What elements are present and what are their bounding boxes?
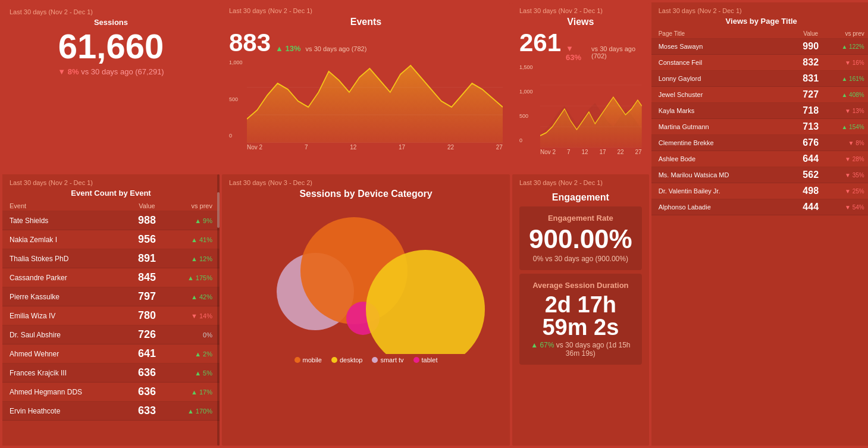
list-item: Ashlee Bode 644 ▼ 28% — [651, 151, 868, 167]
vt-page-name: Ashlee Bode — [659, 155, 793, 162]
events-x-labels: Nov 2 7 12 17 22 27 — [247, 144, 503, 151]
vt-page-change: ▼ 25% — [829, 188, 864, 195]
legend-desktop: desktop — [331, 356, 363, 364]
row-event-name: Emilia Wiza IV — [10, 312, 123, 320]
vt-page-name: Moses Sawayn — [659, 43, 793, 50]
mobile-dot — [294, 357, 300, 363]
vt-page-name: Dr. Valentin Bailey Jr. — [659, 187, 793, 195]
list-item: Dr. Valentin Bailey Jr. 498 ▼ 25% — [651, 183, 868, 199]
list-item: Lonny Gaylord 831 ▲ 161% — [651, 71, 868, 87]
row-event-change: ▲ 2% — [171, 350, 212, 358]
sessions-panel: Last 30 days (Nov 2 - Dec 1) Sessions 61… — [2, 2, 220, 172]
sessions-value: 61,660 — [10, 29, 212, 64]
list-item: Constance Feil 832 ▼ 16% — [651, 55, 868, 71]
row-event-change: ▲ 12% — [171, 255, 212, 262]
views-x-labels: Nov 2 7 12 17 22 27 — [540, 149, 642, 155]
vt-page-change: ▼ 13% — [829, 108, 864, 114]
vt-page-name: Clementine Brekke — [659, 139, 793, 146]
list-item: Moses Sawayn 990 ▲ 122% — [651, 39, 868, 55]
list-item: Martina Gutmann 713 ▲ 154% — [651, 119, 868, 135]
views-period: Last 30 days (Nov 2 - Dec 1) — [519, 7, 642, 14]
table-row: Nakia Zemlak I 956 ▲ 41% — [2, 230, 220, 249]
vt-page-name: Kayla Marks — [659, 107, 793, 114]
row-event-value: 845 — [123, 271, 171, 284]
device-period: Last 30 days (Nov 3 - Dec 2) — [229, 179, 503, 186]
engagement-duration-label: Average Session Duration — [529, 281, 632, 290]
row-event-change: ▲ 175% — [171, 274, 212, 281]
events-chart-area: 1,000 500 0 — [229, 59, 503, 151]
row-event-name: Frances Krajcik III — [10, 369, 123, 377]
vt-page-value: 676 — [793, 137, 829, 148]
event-table-rows: Tate Shields 988 ▲ 9% Nakia Zemlak I 956… — [2, 211, 220, 421]
vt-page-value: 990 — [793, 41, 829, 52]
table-row: Frances Krajcik III 636 ▲ 5% — [2, 364, 220, 383]
col-value: Value — [123, 202, 171, 209]
row-event-change: ▲ 170% — [171, 408, 212, 415]
row-event-change: 0% — [171, 331, 212, 339]
vt-col-value: Value — [793, 30, 829, 37]
views-table-title: Views by Page Title — [651, 17, 868, 26]
engagement-rate-box: Engagement Rate 900.00% 0% vs 30 days ag… — [519, 206, 642, 270]
vt-page-change: ▲ 408% — [829, 92, 864, 98]
sessions-change-arrow: ▼ — [58, 67, 65, 76]
table-row: Ahmed Wehner 641 ▲ 2% — [2, 344, 220, 364]
duration-change-pct: 67% — [540, 341, 554, 349]
vt-page-value: 444 — [793, 202, 829, 212]
engagement-rate-sub: 0% vs 30 days ago (900.00%) — [529, 255, 632, 263]
engagement-duration-sub: ▲ 67% vs 30 days ago (1d 15h 36m 19s) — [529, 341, 632, 358]
scrollbar-thumb[interactable] — [217, 192, 220, 228]
vt-page-name: Alphonso Labadie — [659, 203, 793, 211]
legend-mobile: mobile — [294, 356, 322, 364]
col-event: Event — [10, 202, 123, 209]
row-event-change: ▲ 17% — [171, 389, 212, 396]
views-panel: Last 30 days (Nov 2 - Dec 1) Views 261 ▼… — [512, 2, 649, 172]
device-panel: Last 30 days (Nov 3 - Dec 2) Sessions by… — [222, 174, 510, 446]
row-event-value: 636 — [123, 386, 171, 398]
vt-col-vsprev: vs prev — [829, 30, 864, 37]
row-event-change: ▲ 9% — [171, 217, 212, 224]
list-item: Jewel Schuster 727 ▲ 408% — [651, 87, 868, 103]
vt-page-value: 832 — [793, 57, 829, 68]
vt-page-value: 562 — [793, 170, 829, 180]
event-table-period: Last 30 days (Nov 2 - Dec 1) — [2, 179, 220, 186]
table-row: Emilia Wiza IV 780 ▼ 14% — [2, 306, 220, 325]
events-chart-svg — [247, 59, 503, 143]
events-change: ▲ 13% — [275, 44, 301, 53]
vt-page-value: 498 — [793, 186, 829, 196]
vt-page-change: ▼ 16% — [829, 59, 864, 66]
row-event-value: 726 — [123, 328, 171, 341]
device-legend: mobile desktop smart tv tablet — [229, 356, 503, 364]
engagement-rate-value: 900.00% — [529, 226, 632, 252]
device-title: Sessions by Device Category — [229, 189, 503, 199]
col-vsprev: vs prev — [171, 202, 212, 209]
row-event-name: Tate Shields — [10, 217, 123, 225]
vt-page-value: 713 — [793, 121, 829, 132]
table-row: Cassandre Parker 845 ▲ 175% — [2, 268, 220, 287]
list-item: Alphonso Labadie 444 ▼ 54% — [651, 199, 868, 215]
views-change: ▼ 63% — [566, 44, 587, 62]
views-table-header: Page Title Value vs prev — [651, 29, 868, 39]
views-title: Views — [519, 17, 642, 27]
row-event-value: 797 — [123, 290, 171, 303]
table-row: Tate Shields 988 ▲ 9% — [2, 211, 220, 230]
engagement-duration-box: Average Session Duration 2d 17h 59m 2s ▲… — [519, 274, 642, 365]
row-event-change: ▼ 14% — [171, 312, 212, 319]
desktop-dot — [331, 357, 337, 363]
event-table-title: Event Count by Event — [2, 189, 220, 198]
views-table-rows: Moses Sawayn 990 ▲ 122% Constance Feil 8… — [651, 39, 868, 215]
scrollbar-track[interactable] — [217, 174, 220, 446]
table-row: Thalia Stokes PhD 891 ▲ 12% — [2, 249, 220, 268]
row-event-name: Ervin Heathcote — [10, 407, 123, 415]
row-event-value: 636 — [123, 366, 171, 379]
engagement-panel: Last 30 days (Nov 2 - Dec 1) Engagement … — [512, 174, 649, 446]
engagement-period: Last 30 days (Nov 2 - Dec 1) — [519, 179, 642, 186]
smarttv-label: smart tv — [380, 356, 403, 364]
row-event-name: Cassandre Parker — [10, 274, 123, 282]
event-table-header: Event Value vs prev — [2, 201, 220, 211]
views-chart-area: 1,500 1,000 500 0 — [519, 64, 642, 155]
sessions-title: Sessions — [10, 18, 212, 27]
mobile-label: mobile — [303, 356, 322, 364]
row-event-change: ▲ 41% — [171, 236, 212, 243]
duration-vs: vs 30 days ago (1d 15h 36m 19s) — [556, 341, 631, 358]
row-event-name: Thalia Stokes PhD — [10, 255, 123, 263]
